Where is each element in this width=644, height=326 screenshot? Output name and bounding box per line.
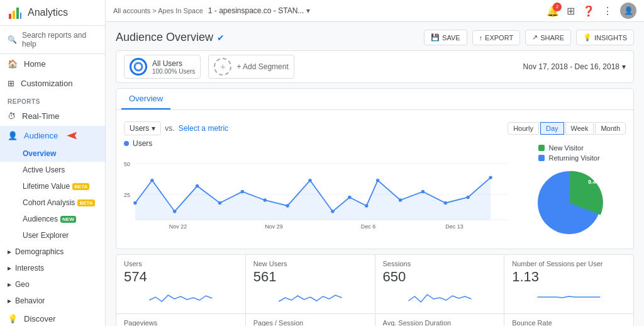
metric-pages-per-session-label: Pages / Session <box>253 319 367 326</box>
returning-visitor-dot <box>538 155 545 161</box>
audience-arrow <box>67 132 77 140</box>
svg-text:Dec 6: Dec 6 <box>361 223 375 230</box>
audience-label: Audience <box>24 131 58 140</box>
sidebar-sub-lifetime-value[interactable]: Lifetime Value BETA <box>0 178 105 194</box>
realtime-label: Real-Time <box>22 111 59 121</box>
svg-text:9.4%: 9.4% <box>588 179 601 185</box>
svg-point-25 <box>444 201 447 205</box>
avatar[interactable]: 👤 <box>620 3 636 19</box>
pie-chart: 9.4% <box>528 162 610 244</box>
metric-pages-per-session: Pages / Session 2.00 <box>246 314 375 326</box>
chart-controls: Users ▾ vs. Select a metric Hourly Day W… <box>124 118 626 139</box>
svg-point-24 <box>421 190 425 193</box>
discover-label: Discover <box>24 314 56 323</box>
date-range-chevron: ▾ <box>622 62 626 71</box>
svg-point-10 <box>133 201 136 205</box>
notification-button[interactable]: 🔔 2 <box>547 5 559 17</box>
hourly-button[interactable]: Hourly <box>508 122 539 135</box>
vs-text: vs. <box>165 124 174 133</box>
chevron-icon: ▸ <box>8 247 11 256</box>
more-button[interactable]: ⋮ <box>602 5 613 17</box>
add-segment-button[interactable]: + + Add Segment <box>208 55 294 79</box>
interests-label: Interests <box>15 264 44 273</box>
sidebar-item-demographics[interactable]: ▸ Demographics <box>0 244 105 260</box>
sidebar-item-discover[interactable]: 💡 Discover <box>0 309 105 326</box>
tab-overview[interactable]: Overview <box>121 89 170 110</box>
home-label: Home <box>24 59 46 69</box>
sidebar-sub-audiences[interactable]: Audiences NEW <box>0 211 105 227</box>
content-area: Audience Overview ✔ 💾 SAVE ↑ EXPORT ↗ SH… <box>106 22 644 326</box>
apps-button[interactable]: ⊞ <box>567 5 575 17</box>
account-path: All accounts > Apes In Space <box>113 7 203 14</box>
sidebar-item-geo[interactable]: ▸ Geo <box>0 276 105 293</box>
account-name: 1 - apesinspace.co - STAN... <box>208 6 304 15</box>
metric-bounce-rate-label: Bounce Rate <box>512 319 626 326</box>
week-button[interactable]: Week <box>565 122 594 135</box>
insights-button[interactable]: 💡 INSIGHTS <box>576 30 634 45</box>
search-bar[interactable]: 🔍 Search reports and help <box>0 26 105 54</box>
users-dropdown-label: Users <box>130 124 149 133</box>
sidebar-item-audience[interactable]: 👤 Audience <box>0 126 105 145</box>
sidebar-sub-user-explorer[interactable]: User Explorer <box>0 227 105 244</box>
chart-pie-wrapper: Users 50 25 <box>124 139 626 244</box>
all-users-segment[interactable]: All Users 100.00% Users <box>124 55 201 79</box>
sidebar-item-home[interactable]: 🏠 Home <box>0 54 105 74</box>
day-label: Day <box>546 125 558 132</box>
help-button[interactable]: ❓ <box>582 5 595 17</box>
date-range-selector[interactable]: Nov 17, 2018 - Dec 16, 2018 ▾ <box>523 62 626 71</box>
metric-sessions-per-user-value: 1.13 <box>512 269 626 285</box>
export-button[interactable]: ↑ EXPORT <box>472 30 521 45</box>
svg-point-16 <box>264 198 267 201</box>
share-label: SHARE <box>540 34 564 42</box>
metric-users-label: Users <box>124 260 238 267</box>
breadcrumb: All accounts > Apes In Space 1 - apesins… <box>113 6 541 15</box>
users-sparkline <box>124 288 238 306</box>
metric-sessions-value: 650 <box>383 269 497 285</box>
select-metric-link[interactable]: Select a metric <box>179 124 228 133</box>
share-button[interactable]: ↗ SHARE <box>525 30 571 45</box>
overview-panel: Overview Users ▾ vs. Select a metric <box>116 88 634 249</box>
sidebar-item-behavior[interactable]: ▸ Behavior <box>0 293 105 309</box>
chevron-down-icon[interactable]: ▾ <box>306 6 310 15</box>
svg-point-19 <box>331 210 334 213</box>
metric-sessions-per-user-label: Number of Sessions per User <box>512 260 626 267</box>
segment-donut-icon <box>133 61 144 72</box>
discover-icon: 💡 <box>8 314 18 323</box>
insights-label: INSIGHTS <box>594 34 627 42</box>
new-visitor-label: New Visitor <box>548 144 583 152</box>
sidebar-sub-cohort-analysis[interactable]: Cohort Analysis BETA <box>0 194 105 211</box>
svg-point-11 <box>150 179 153 182</box>
metric-new-users-label: New Users <box>253 260 367 267</box>
metric-sessions: Sessions 650 <box>375 255 504 313</box>
search-placeholder: Search reports and help <box>22 31 97 48</box>
metric-bounce-rate: Bounce Rate 65.85% <box>504 314 633 326</box>
users-dropdown[interactable]: Users ▾ <box>124 121 161 135</box>
reports-section-label: REPORTS <box>0 93 105 106</box>
metric-avg-session-duration-label: Avg. Session Duration <box>383 319 497 326</box>
sidebar-sub-active-users[interactable]: Active Users <box>0 162 105 178</box>
save-button[interactable]: 💾 SAVE <box>424 30 467 45</box>
sessions-per-user-sparkline <box>512 288 626 306</box>
pie-legend: New Visitor Returning Visitor <box>538 144 599 162</box>
dropdown-chevron: ▾ <box>152 124 155 133</box>
svg-text:25: 25 <box>124 192 130 198</box>
svg-point-4 <box>135 63 142 70</box>
sidebar-item-customization[interactable]: ⊞ Customization <box>0 74 105 93</box>
metric-users: Users 574 <box>116 255 245 313</box>
action-buttons: 💾 SAVE ↑ EXPORT ↗ SHARE 💡 INSIGHTS <box>424 30 634 45</box>
sidebar-item-interests[interactable]: ▸ Interests <box>0 260 105 276</box>
time-buttons: Hourly Day Week Month <box>508 122 626 135</box>
sidebar-item-realtime[interactable]: ⏱ Real-Time <box>0 106 105 126</box>
month-button[interactable]: Month <box>595 122 626 135</box>
chevron-icon-behavior: ▸ <box>8 296 11 305</box>
audiences-sub-label: Audiences <box>23 215 58 223</box>
save-label: SAVE <box>442 34 460 42</box>
segment-circle <box>130 58 147 76</box>
sidebar-sub-overview[interactable]: Overview <box>0 145 105 162</box>
segment-left: All Users 100.00% Users + + Add Segment <box>124 55 294 79</box>
new-visitor-dot <box>538 145 545 151</box>
svg-point-23 <box>399 198 402 201</box>
customization-icon: ⊞ <box>8 79 14 88</box>
page-title: Audience Overview ✔ <box>116 31 225 44</box>
day-button[interactable]: Day <box>540 122 564 135</box>
